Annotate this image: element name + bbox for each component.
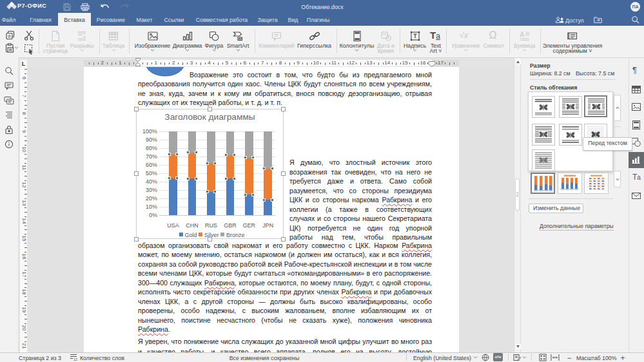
svg-text:123: 123 xyxy=(73,357,77,361)
